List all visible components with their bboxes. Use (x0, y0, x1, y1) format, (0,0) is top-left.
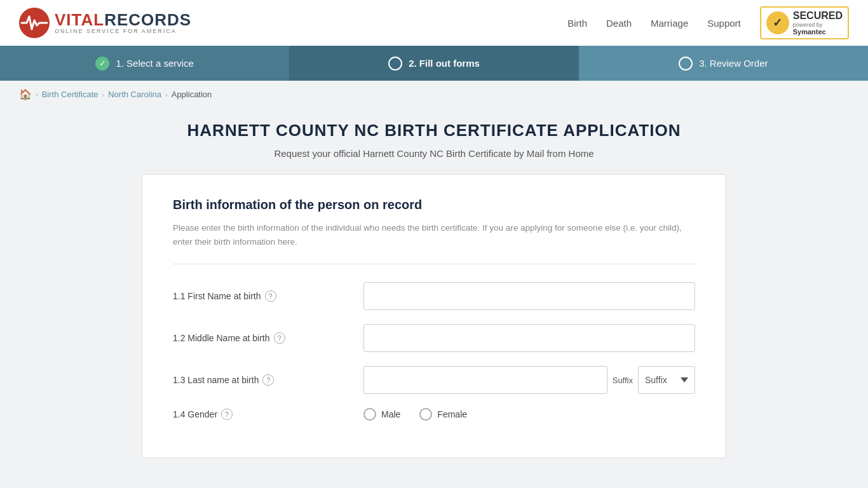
middle-name-row: 1.2 Middle Name at birth ? (173, 324, 695, 352)
step-1[interactable]: ✓ 1. Select a service (0, 46, 289, 81)
gender-row: 1.4 Gender ? Male Female (173, 408, 695, 421)
breadcrumb-birth-cert[interactable]: Birth Certificate (42, 90, 98, 99)
last-name-input[interactable] (363, 366, 607, 394)
form-divider (173, 264, 695, 264)
logo-tagline: ONLINE SERVICE FOR AMERICA (55, 28, 191, 34)
first-name-input[interactable] (363, 282, 695, 310)
nav-death[interactable]: Death (606, 18, 632, 29)
form-card: Birth information of the person on recor… (142, 174, 726, 458)
page-title: HARNETT COUNTY NC BIRTH CERTIFICATE APPL… (142, 121, 726, 140)
gender-female-option[interactable]: Female (419, 408, 467, 421)
step-2-circle-icon (388, 57, 402, 71)
form-section-desc: Please enter the birth information of th… (173, 221, 695, 248)
logo-wordmark: VITALRECORDS (55, 11, 191, 28)
step-2[interactable]: 2. Fill out forms (289, 46, 578, 81)
logo: VITALRECORDS ONLINE SERVICE FOR AMERICA (19, 8, 191, 38)
first-name-help-icon[interactable]: ? (265, 290, 276, 302)
last-name-row: 1.3 Last name at birth ? Suffix SuffixJr… (173, 366, 695, 394)
main-nav: Birth Death Marriage Support ✓ SECURED p… (567, 6, 849, 39)
last-name-group: Suffix SuffixJr.Sr.IIIIIIV (363, 366, 695, 394)
suffix-select[interactable]: SuffixJr.Sr.IIIIIIV (638, 366, 695, 394)
gender-help-icon[interactable]: ? (221, 409, 233, 420)
first-name-row: 1.1 First Name at birth ? (173, 282, 695, 310)
breadcrumb-sep-2: › (102, 91, 105, 98)
breadcrumb-state[interactable]: North Carolina (108, 90, 161, 99)
gender-radio-group: Male Female (363, 408, 695, 421)
form-section-title: Birth information of the person on recor… (173, 198, 695, 212)
breadcrumb-sep-1: › (36, 91, 38, 98)
norton-badge: ✓ SECURED powered by Symantec (760, 6, 849, 39)
middle-name-help-icon[interactable]: ? (274, 332, 285, 344)
first-name-label: 1.1 First Name at birth ? (173, 290, 351, 302)
logo-text: VITALRECORDS ONLINE SERVICE FOR AMERICA (55, 11, 191, 34)
norton-text: SECURED powered by Symantec (793, 10, 843, 36)
home-icon[interactable]: 🏠 (19, 88, 32, 100)
step-3-label: 3. Review Order (699, 58, 768, 69)
breadcrumb-current: Application (172, 90, 212, 99)
step-3-circle-icon (679, 57, 693, 71)
step-3[interactable]: 3. Review Order (579, 46, 868, 81)
male-label: Male (381, 409, 400, 419)
steps-bar: ✓ 1. Select a service 2. Fill out forms … (0, 46, 868, 81)
step-1-label: 1. Select a service (116, 58, 194, 69)
nav-birth[interactable]: Birth (567, 18, 587, 29)
breadcrumb-sep-3: › (165, 91, 168, 98)
main-content: HARNETT COUNTY NC BIRTH CERTIFICATE APPL… (129, 121, 739, 458)
breadcrumb: 🏠 › Birth Certificate › North Carolina ›… (0, 81, 868, 108)
female-label: Female (437, 409, 467, 419)
norton-check-icon: ✓ (766, 11, 789, 34)
step-2-label: 2. Fill out forms (409, 58, 480, 69)
nav-marriage[interactable]: Marriage (651, 18, 688, 29)
logo-icon (19, 8, 50, 38)
middle-name-input[interactable] (363, 324, 695, 352)
gender-male-option[interactable]: Male (363, 408, 400, 421)
gender-label: 1.4 Gender ? (173, 409, 351, 420)
page-subtitle: Request your official Harnett County NC … (142, 148, 726, 159)
middle-name-label: 1.2 Middle Name at birth ? (173, 332, 351, 344)
suffix-label: Suffix (613, 376, 633, 385)
male-radio-circle[interactable] (363, 408, 376, 421)
last-name-help-icon[interactable]: ? (262, 374, 274, 386)
nav-support[interactable]: Support (707, 18, 741, 29)
female-radio-circle[interactable] (419, 408, 432, 421)
last-name-label: 1.3 Last name at birth ? (173, 374, 351, 386)
site-header: VITALRECORDS ONLINE SERVICE FOR AMERICA … (0, 0, 868, 46)
step-1-check-icon: ✓ (95, 57, 109, 71)
